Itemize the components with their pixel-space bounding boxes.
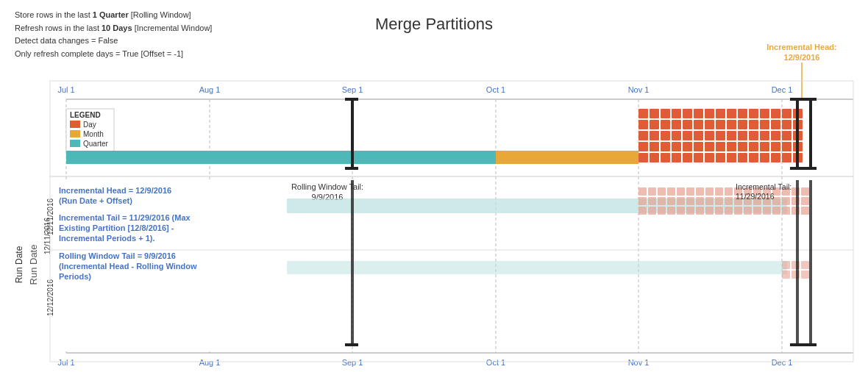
svg-rect-82 — [716, 153, 725, 162]
svg-rect-115 — [677, 197, 685, 205]
svg-rect-69 — [738, 142, 747, 151]
axis-bot-sep: Sep 1 — [342, 358, 363, 367]
svg-rect-87 — [771, 153, 780, 162]
svg-rect-41 — [760, 120, 769, 129]
desc-inc-tail-line2: Existing Partition [12/8/2016] - — [59, 223, 174, 232]
svg-rect-17 — [661, 109, 670, 118]
svg-rect-101 — [715, 187, 723, 196]
svg-rect-33 — [672, 120, 681, 129]
svg-rect-57 — [771, 131, 780, 140]
legend-month-label: Month — [83, 130, 104, 138]
svg-rect-28 — [782, 109, 791, 118]
svg-rect-118 — [705, 197, 714, 205]
svg-rect-65 — [694, 142, 703, 151]
svg-rect-128 — [801, 197, 809, 205]
svg-rect-131 — [658, 207, 666, 215]
axis-top-dec: Dec 1 — [772, 85, 793, 94]
svg-rect-53 — [727, 131, 736, 140]
svg-rect-136 — [705, 207, 714, 215]
legend-month-color — [70, 130, 80, 137]
svg-rect-24 — [738, 109, 747, 118]
svg-rect-93 — [638, 187, 647, 196]
svg-rect-102 — [725, 187, 733, 196]
dec9-right-bot-cap — [803, 343, 817, 346]
svg-rect-88 — [782, 153, 791, 162]
svg-rect-112 — [648, 197, 656, 205]
desc-inc-head-line1: Incremental Head = 12/9/2016 — [59, 186, 171, 195]
svg-rect-138 — [725, 207, 733, 215]
legend-quarter-label: Quarter — [83, 140, 109, 148]
svg-rect-152 — [801, 271, 809, 279]
axis-bot-oct: Oct 1 — [486, 358, 505, 367]
svg-rect-66 — [705, 142, 714, 151]
inc-head-label-line2: 12/9/2016 — [784, 53, 820, 62]
svg-rect-56 — [760, 131, 769, 140]
svg-rect-26 — [760, 109, 769, 118]
svg-rect-147 — [782, 261, 790, 269]
svg-rect-45 — [638, 131, 648, 140]
svg-rect-80 — [694, 153, 703, 162]
svg-rect-19 — [683, 109, 692, 118]
svg-rect-55 — [749, 131, 758, 140]
svg-rect-86 — [760, 153, 769, 162]
svg-rect-126 — [782, 197, 790, 205]
svg-rect-21 — [705, 109, 714, 118]
inc-head-label-line1: Incremental Head: — [766, 43, 836, 51]
svg-rect-54 — [738, 131, 747, 140]
svg-rect-67 — [716, 142, 725, 151]
svg-rect-135 — [696, 207, 704, 215]
svg-rect-99 — [696, 187, 704, 196]
svg-rect-98 — [686, 187, 694, 196]
svg-rect-132 — [667, 207, 675, 215]
svg-rect-146 — [801, 207, 809, 215]
svg-rect-51 — [705, 131, 714, 140]
svg-rect-63 — [672, 142, 681, 151]
dec9-left-marker-rundate — [796, 180, 799, 346]
run-date-axis-label: Run Date — [28, 245, 39, 285]
svg-rect-46 — [650, 131, 659, 140]
svg-rect-79 — [683, 153, 692, 162]
run-date-label: Run Date — [14, 246, 24, 283]
svg-rect-61 — [650, 142, 659, 151]
svg-rect-25 — [749, 109, 758, 118]
inc-tail-label-row1-line1: Incremental Tail: — [736, 182, 791, 191]
chart-svg: Jul 1 Aug 1 Sep 1 Oct 1 Nov 1 Dec 1 LEGE… — [0, 0, 868, 372]
dec9-left-bot-cap — [790, 343, 803, 346]
row1212-quarter-bar — [287, 261, 787, 274]
svg-rect-37 — [716, 120, 725, 129]
desc-rolling-line2: (Incremental Head - Rolling Window — [59, 262, 197, 271]
desc-rolling-line3: Periods) — [59, 272, 91, 281]
svg-rect-39 — [738, 120, 747, 129]
svg-rect-149 — [801, 261, 809, 269]
sep-marker-bot-cap — [345, 343, 358, 346]
svg-rect-119 — [715, 197, 723, 205]
svg-rect-94 — [648, 187, 656, 196]
svg-rect-22 — [716, 109, 725, 118]
svg-rect-73 — [782, 142, 791, 151]
svg-rect-72 — [771, 142, 780, 151]
svg-rect-35 — [694, 120, 703, 129]
axis-top-nov: Nov 1 — [628, 85, 650, 94]
svg-rect-50 — [694, 131, 703, 140]
svg-rect-95 — [658, 187, 666, 196]
svg-rect-32 — [661, 120, 670, 129]
svg-rect-144 — [782, 207, 790, 215]
main-container: Merge Partitions Store rows in the last … — [0, 0, 868, 372]
svg-rect-140 — [744, 207, 752, 215]
svg-rect-139 — [734, 207, 742, 215]
sep1-marker-line — [351, 99, 354, 169]
legend-day-color — [70, 121, 80, 128]
axis-top-jul: Jul 1 — [57, 85, 74, 94]
svg-rect-52 — [716, 131, 725, 140]
inc-tail-label-row1-line2: 11/29/2016 — [736, 192, 775, 201]
svg-rect-133 — [677, 207, 685, 215]
dec9-right-marker-top-cap — [803, 98, 817, 101]
svg-rect-15 — [638, 109, 648, 118]
svg-rect-62 — [661, 142, 670, 151]
svg-rect-40 — [749, 120, 758, 129]
desc-inc-head-line2: (Run Date + Offset) — [59, 196, 132, 205]
svg-rect-27 — [771, 109, 780, 118]
svg-rect-100 — [705, 187, 714, 196]
svg-rect-58 — [782, 131, 791, 140]
dec9-right-marker-bottom-cap — [803, 167, 817, 170]
